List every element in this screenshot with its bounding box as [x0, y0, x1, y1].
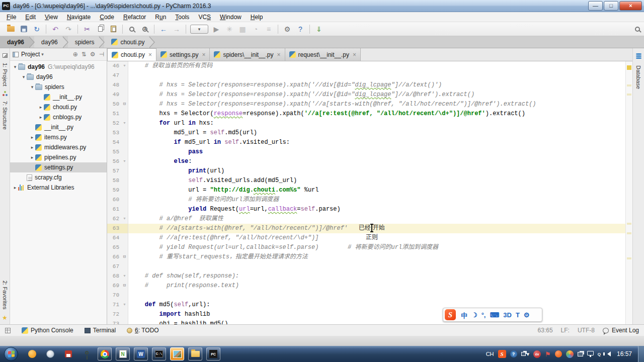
- collapse-all-icon[interactable]: ⇅: [82, 51, 87, 58]
- chevron-down-icon[interactable]: ▾: [29, 84, 35, 89]
- menu-navigate[interactable]: Navigate: [62, 13, 95, 22]
- encoding-indicator[interactable]: UTF-8: [578, 327, 595, 334]
- line-content[interactable]: # //a[re:test(@href, "/all/hot/recent/\d…: [128, 233, 632, 243]
- menu-window[interactable]: Window: [215, 13, 246, 22]
- line-content[interactable]: import hashlib: [128, 310, 632, 319]
- help-icon[interactable]: ?: [294, 23, 306, 35]
- sidebar-item-structure[interactable]: 7: Structure: [2, 101, 8, 130]
- taskbar-pin-tool-icon[interactable]: [79, 347, 94, 360]
- undo-icon[interactable]: ↶: [49, 23, 61, 35]
- line-content[interactable]: for url in hxs:: [128, 119, 632, 128]
- caret-position[interactable]: 63:65: [538, 327, 553, 334]
- tree-item-init-spiders[interactable]: __init__.py: [10, 92, 107, 102]
- tab-request-init[interactable]: request\__init__.py×: [285, 48, 361, 61]
- tray-hidden-icons-button[interactable]: ▾: [521, 351, 530, 357]
- taskbar-image-viewer-icon[interactable]: [170, 347, 184, 360]
- tree-item-scrapy-cfg[interactable]: scrapy.cfg: [10, 172, 107, 183]
- line-content[interactable]: # 将新要访问的url添加到调度器: [128, 195, 632, 205]
- tray-help-icon[interactable]: ?: [510, 350, 517, 357]
- menu-view[interactable]: View: [40, 13, 62, 22]
- run-coverage-icon[interactable]: ✳: [223, 23, 235, 35]
- line-content[interactable]: # 获取当前页的所有页码: [128, 61, 632, 71]
- project-panel-title[interactable]: Project: [21, 51, 40, 58]
- line-content[interactable]: obj = hashlib.md5(): [128, 319, 632, 324]
- line-content[interactable]: self.visited_urls.add(md5_url): [128, 176, 632, 186]
- line-content[interactable]: if md5_url in self.visited_urls:: [128, 138, 632, 147]
- tree-item-day96[interactable]: ▾day96: [10, 72, 107, 82]
- menu-refactor[interactable]: Refactor: [119, 13, 150, 22]
- event-log-button[interactable]: Event Log: [603, 327, 639, 334]
- tree-item-external-libraries[interactable]: ▸External Libraries: [10, 183, 107, 193]
- taskbar-notepadpp-icon[interactable]: N: [116, 347, 130, 360]
- find-icon[interactable]: [126, 23, 138, 35]
- taskbar-word-icon[interactable]: W: [134, 347, 148, 360]
- tab-settings[interactable]: settings.py×: [156, 48, 210, 61]
- line-separator-indicator[interactable]: LF:: [561, 327, 570, 334]
- fold-icon[interactable]: ⊟: [121, 281, 128, 291]
- copy-icon[interactable]: [94, 23, 106, 35]
- back-icon[interactable]: ←: [157, 23, 170, 35]
- line-content[interactable]: # 重写start_requests，指定最开始处理请求的方法: [128, 252, 632, 262]
- line-content[interactable]: print(url): [128, 166, 632, 176]
- settings-icon[interactable]: ⚙: [281, 23, 293, 35]
- taskbar-floppy-icon[interactable]: [61, 347, 75, 360]
- tray-volume-icon[interactable]: [605, 351, 611, 356]
- chevron-right-icon[interactable]: ▸: [12, 185, 18, 190]
- taskbar-explorer-icon[interactable]: [188, 347, 202, 360]
- menu-run[interactable]: Run: [150, 13, 171, 22]
- update-project-icon[interactable]: ⇓: [313, 23, 325, 35]
- sidebar-item-project[interactable]: 1: Project: [2, 63, 8, 86]
- line-content[interactable]: [128, 71, 632, 80]
- coverage-icon[interactable]: ◔: [250, 23, 262, 35]
- menu-code[interactable]: Code: [95, 13, 119, 22]
- stripe-mark[interactable]: [627, 84, 631, 86]
- close-icon[interactable]: ×: [353, 52, 356, 58]
- chinese-mode-icon[interactable]: 中: [461, 310, 467, 320]
- stripe-mark[interactable]: [627, 257, 631, 259]
- replace-icon[interactable]: A: [139, 23, 151, 35]
- taskbar-media-icon[interactable]: [43, 347, 57, 360]
- tree-item-spiders[interactable]: ▾spiders: [10, 82, 107, 92]
- taskbar-chrome-icon[interactable]: [98, 347, 112, 360]
- close-button[interactable]: ×: [619, 1, 642, 11]
- menu-tools[interactable]: Tools: [171, 13, 194, 22]
- redo-icon[interactable]: ↷: [62, 23, 74, 35]
- tree-item-chouti[interactable]: ▸chouti.py: [10, 102, 107, 112]
- tree-item-settings[interactable]: settings.py: [10, 162, 107, 172]
- minimize-button[interactable]: —: [588, 1, 603, 11]
- fold-icon[interactable]: ▿: [121, 61, 128, 71]
- line-content[interactable]: pass: [128, 147, 632, 157]
- tray-pin-icon[interactable]: ⚑: [545, 350, 551, 358]
- line-content[interactable]: # yield Request(url=url,callback=self.pa…: [128, 243, 632, 252]
- chevron-right-icon[interactable]: ▸: [29, 155, 35, 160]
- toolbox-icon[interactable]: ⚙: [524, 311, 530, 319]
- taskbar-qq-icon[interactable]: [25, 347, 39, 360]
- locate-icon[interactable]: ⊕: [73, 51, 78, 58]
- line-content[interactable]: # print(response.text): [128, 281, 632, 291]
- tree-item-middlewares[interactable]: ▸middlewares.py: [10, 142, 107, 152]
- breadcrumb-chouti[interactable]: chouti.py: [104, 36, 148, 48]
- taskbar-cmd-icon[interactable]: C:\: [152, 347, 166, 360]
- toolwindow-switcher[interactable]: [5, 328, 11, 333]
- cut-icon[interactable]: ✂: [81, 23, 93, 35]
- paste-icon[interactable]: [107, 23, 119, 35]
- tab-spiders-init[interactable]: spiders\__init__.py×: [210, 48, 285, 61]
- breadcrumb-day96[interactable]: day96: [34, 36, 62, 48]
- chevron-right-icon[interactable]: ▸: [29, 145, 35, 150]
- fold-icon[interactable]: ▿: [121, 157, 128, 166]
- python-console-button[interactable]: Python Console: [22, 327, 73, 334]
- fold-icon[interactable]: ▿: [121, 300, 128, 310]
- breadcrumb-day96-root[interactable]: day96: [0, 36, 28, 48]
- line-content[interactable]: # def show(self,response):: [128, 272, 632, 281]
- line-content[interactable]: [128, 262, 632, 272]
- sidebar-item-favorites[interactable]: 2: Favorites: [2, 281, 8, 309]
- panel-settings-icon[interactable]: ⚙: [90, 51, 96, 58]
- taskbar-pycharm-icon[interactable]: PC: [206, 347, 220, 360]
- line-content[interactable]: yield Request(url=url,callback=self.pars…: [128, 205, 632, 214]
- tree-item-day96-root[interactable]: ▾day96 G:\wupeiqi\day96: [10, 62, 107, 72]
- tray-qq-icon[interactable]: Q: [598, 352, 601, 356]
- breadcrumb-spiders[interactable]: spiders: [68, 36, 99, 48]
- fold-icon[interactable]: ▿: [121, 272, 128, 281]
- menu-edit[interactable]: Edit: [21, 13, 40, 22]
- close-icon[interactable]: ×: [202, 52, 205, 58]
